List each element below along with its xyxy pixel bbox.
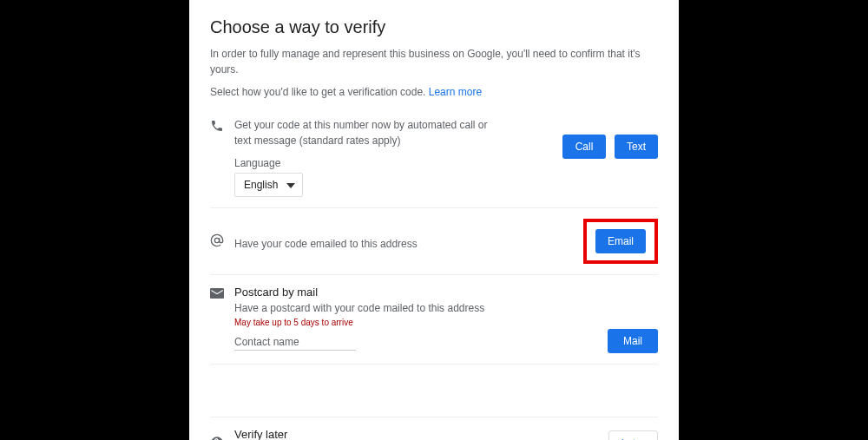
email-icon — [210, 232, 234, 251]
language-select[interactable]: English — [234, 173, 303, 197]
email-buttons: Email — [583, 219, 658, 264]
email-highlight: Email — [583, 219, 658, 264]
contact-name-field[interactable]: Contact name — [234, 336, 356, 351]
page-title: Choose a way to verify — [210, 17, 658, 37]
postcard-buttons: Mail — [608, 329, 658, 353]
phone-buttons: Call Text — [562, 135, 658, 159]
call-button[interactable]: Call — [562, 135, 606, 159]
language-label: Language — [234, 157, 556, 169]
later-body: Verify later You can't fully manage your… — [234, 428, 608, 440]
mail-icon — [210, 286, 234, 303]
learn-more-link[interactable]: Learn more — [429, 86, 482, 98]
text-button[interactable]: Text — [615, 135, 658, 159]
language-value: English — [244, 179, 278, 191]
email-desc: Have your code emailed to this address — [234, 236, 576, 252]
email-body: Have your code emailed to this address — [234, 231, 583, 252]
svg-point-0 — [214, 238, 219, 242]
later-button[interactable]: Later — [608, 430, 658, 441]
help-icon — [210, 434, 234, 441]
postcard-desc: Have a postcard with your code mailed to… — [234, 300, 601, 316]
email-button[interactable]: Email — [595, 229, 646, 253]
phone-icon — [210, 117, 234, 136]
postcard-title: Postcard by mail — [234, 286, 601, 299]
phone-body: Get your code at this number now by auto… — [234, 117, 562, 197]
postcard-body: Postcard by mail Have a postcard with yo… — [234, 286, 608, 351]
option-postcard: Postcard by mail Have a postcard with yo… — [210, 275, 658, 364]
later-buttons: Later — [608, 430, 658, 441]
select-subtext: Select how you'd like to get a verificat… — [210, 86, 658, 98]
option-later: Verify later You can't fully manage your… — [210, 417, 658, 440]
option-email: Have your code emailed to this address E… — [210, 208, 658, 275]
page-subtext: In order to fully manage and represent t… — [210, 46, 658, 77]
verify-card: Choose a way to verify In order to fully… — [189, 0, 679, 440]
phone-desc: Get your code at this number now by auto… — [234, 117, 495, 148]
postcard-note: May take up to 5 days to arrive — [234, 318, 601, 327]
caret-down-icon — [286, 179, 295, 191]
spacer — [210, 364, 658, 417]
select-label: Select how you'd like to get a verificat… — [210, 86, 429, 98]
mail-button[interactable]: Mail — [608, 329, 658, 353]
option-phone: Get your code at this number now by auto… — [210, 107, 658, 208]
later-title: Verify later — [234, 428, 602, 440]
